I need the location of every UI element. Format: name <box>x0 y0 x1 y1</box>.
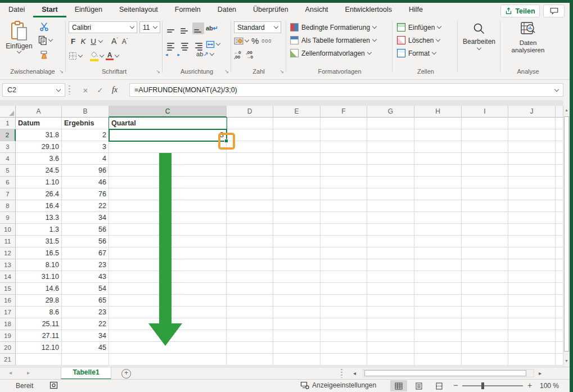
ribbon-tab-überprüfen[interactable]: Überprüfen <box>245 3 297 17</box>
cell-I7[interactable] <box>462 188 508 200</box>
cell-F3[interactable] <box>321 141 367 153</box>
cell-F4[interactable] <box>321 153 367 165</box>
cell-B17[interactable]: 23 <box>62 307 109 318</box>
cell-C18[interactable] <box>109 318 227 330</box>
cell-D21[interactable] <box>227 354 273 366</box>
cell-B7[interactable]: 76 <box>62 188 109 200</box>
row-header-7[interactable]: 7 <box>0 188 16 200</box>
cell-I2[interactable] <box>462 129 508 141</box>
row-header-18[interactable]: 18 <box>0 318 16 330</box>
cell-A16[interactable]: 29.8 <box>16 295 62 307</box>
comma-style-button[interactable]: 000 <box>261 38 272 44</box>
cell-H15[interactable] <box>414 283 462 295</box>
font-size-select[interactable]: 11 <box>139 21 160 33</box>
row-header-3[interactable]: 3 <box>0 141 16 153</box>
cell-H16[interactable] <box>414 295 462 307</box>
cell-A1[interactable]: Datum <box>16 118 62 129</box>
cell-C20[interactable] <box>109 342 227 354</box>
cell-A12[interactable]: 16.5 <box>16 247 62 259</box>
cell-K3[interactable] <box>556 141 563 153</box>
cell-D19[interactable] <box>227 330 273 342</box>
cell-D6[interactable] <box>227 177 273 188</box>
cell-E19[interactable] <box>273 330 321 342</box>
row-header-9[interactable]: 9 <box>0 212 16 224</box>
cell-D17[interactable] <box>227 307 273 318</box>
cell-J4[interactable] <box>508 153 556 165</box>
column-header-G[interactable]: G <box>367 106 414 118</box>
cell-K14[interactable] <box>556 271 563 283</box>
cell-H6[interactable] <box>414 177 462 188</box>
cell-A20[interactable]: 12.10 <box>16 342 62 354</box>
cell-B11[interactable]: 56 <box>62 236 109 247</box>
cell-I12[interactable] <box>462 247 508 259</box>
cell-I20[interactable] <box>462 342 508 354</box>
cell-B19[interactable]: 34 <box>62 330 109 342</box>
cell-C21[interactable] <box>109 354 227 366</box>
increase-indent-button[interactable]: ▸ <box>178 52 187 57</box>
comments-button[interactable] <box>543 4 565 17</box>
cell-C14[interactable] <box>109 271 227 283</box>
cell-F5[interactable] <box>321 165 367 177</box>
cell-G12[interactable] <box>367 247 414 259</box>
column-header-A[interactable]: A <box>16 106 62 118</box>
sheet-nav-left-icon[interactable]: ◂ <box>9 370 12 376</box>
cell-E3[interactable] <box>273 141 321 153</box>
ribbon-tab-ansicht[interactable]: Ansicht <box>297 3 337 17</box>
cell-H9[interactable] <box>414 212 462 224</box>
cell-K18[interactable] <box>556 318 563 330</box>
ribbon-tab-start[interactable]: Start <box>33 3 66 17</box>
cell-G19[interactable] <box>367 330 414 342</box>
cell-H3[interactable] <box>414 141 462 153</box>
cell-I5[interactable] <box>462 165 508 177</box>
cell-B3[interactable]: 3 <box>62 141 109 153</box>
font-color-button[interactable]: A <box>106 52 119 61</box>
cell-D15[interactable] <box>227 283 273 295</box>
row-header-6[interactable]: 6 <box>0 177 16 188</box>
cell-C4[interactable] <box>109 153 227 165</box>
cell-F8[interactable] <box>321 200 367 212</box>
cell-K15[interactable] <box>556 283 563 295</box>
cell-K9[interactable] <box>556 212 563 224</box>
cell-H4[interactable] <box>414 153 462 165</box>
cell-H11[interactable] <box>414 236 462 247</box>
row-header-12[interactable]: 12 <box>0 247 16 259</box>
cell-J8[interactable] <box>508 200 556 212</box>
cell-J18[interactable] <box>508 318 556 330</box>
cell-F16[interactable] <box>321 295 367 307</box>
cell-K19[interactable] <box>556 330 563 342</box>
cancel-button[interactable]: × <box>79 83 92 97</box>
cell-K1[interactable] <box>556 118 563 129</box>
ribbon-tab-entwicklertools[interactable]: Entwicklertools <box>337 3 400 17</box>
cell-H21[interactable] <box>414 354 462 366</box>
cell-F6[interactable] <box>321 177 367 188</box>
cell-G18[interactable] <box>367 318 414 330</box>
row-header-11[interactable]: 11 <box>0 236 16 247</box>
copy-button[interactable] <box>38 35 52 45</box>
cell-E16[interactable] <box>273 295 321 307</box>
ribbon-tab-hilfe[interactable]: Hilfe <box>400 3 431 17</box>
cell-H20[interactable] <box>414 342 462 354</box>
cell-I14[interactable] <box>462 271 508 283</box>
cell-H1[interactable] <box>414 118 462 129</box>
align-middle-icon[interactable] <box>179 21 191 35</box>
cell-J3[interactable] <box>508 141 556 153</box>
cell-J9[interactable] <box>508 212 556 224</box>
cell-J6[interactable] <box>508 177 556 188</box>
cell-A18[interactable]: 25.11 <box>16 318 62 330</box>
analyze-data-button[interactable]: Daten analysieren <box>506 21 550 54</box>
macro-record-icon[interactable] <box>49 381 58 391</box>
dialog-launcher-icon[interactable]: ↘ <box>279 69 284 74</box>
cell-C16[interactable] <box>109 295 227 307</box>
cell-F2[interactable] <box>321 129 367 141</box>
cell-D7[interactable] <box>227 188 273 200</box>
bold-button[interactable]: F <box>69 37 78 46</box>
cell-H7[interactable] <box>414 188 462 200</box>
cell-G11[interactable] <box>367 236 414 247</box>
cell-K16[interactable] <box>556 295 563 307</box>
cell-G4[interactable] <box>367 153 414 165</box>
cell-E20[interactable] <box>273 342 321 354</box>
cell-H18[interactable] <box>414 318 462 330</box>
cell-J14[interactable] <box>508 271 556 283</box>
zoom-in-button[interactable]: + <box>527 381 532 390</box>
cell-F11[interactable] <box>321 236 367 247</box>
